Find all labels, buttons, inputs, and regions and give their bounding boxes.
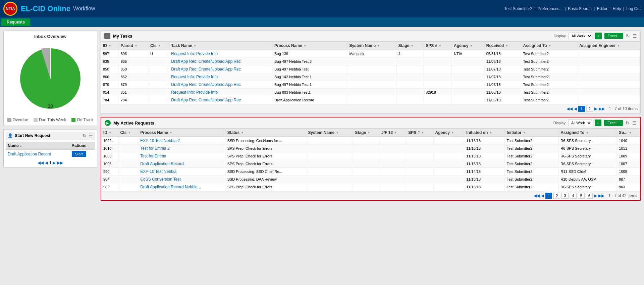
ar-initiated: 11/15/18 xyxy=(464,160,504,168)
nav-basic-search[interactable]: Basic Search xyxy=(568,6,592,11)
tasks-pg-prev[interactable]: ◀ xyxy=(574,106,577,111)
filter-ar-cls[interactable]: ▼ xyxy=(128,131,131,134)
tasks-pg-2[interactable]: 2 xyxy=(586,106,593,112)
ar-initiator: Test Submitter2 xyxy=(504,183,558,191)
menu-icon[interactable]: ☰ xyxy=(89,133,93,138)
tasks-pg-first[interactable]: ◀◀ xyxy=(567,106,573,111)
task-sps xyxy=(424,65,452,73)
filter-ar-process-name[interactable]: ▼ xyxy=(169,131,172,134)
filter-assigned-engineer[interactable]: ▼ xyxy=(617,44,620,47)
nav-logout[interactable]: Log Out xyxy=(626,6,641,11)
filter-task-name[interactable]: ▼ xyxy=(194,44,197,47)
ar-pg-3[interactable]: 3 xyxy=(561,193,568,199)
ar-process-name-link[interactable]: Draft Application Record xyxy=(140,161,183,166)
active-request-row: 1010 Test for Emma 2 SPS Prep: Check for… xyxy=(101,145,640,152)
filter-ar-status[interactable]: ▼ xyxy=(241,131,244,134)
active-request-row: 1008 Test for Emma SPS Prep: Check for E… xyxy=(101,152,640,160)
ar-process-name-link[interactable]: Test for Emma 2 xyxy=(140,146,169,151)
pg-prev[interactable]: ◀ xyxy=(45,160,48,165)
task-name-link[interactable]: Request Info: Provide Info xyxy=(171,51,218,56)
display-select-tasks[interactable]: All Work xyxy=(569,33,592,39)
filter-parent[interactable]: ▼ xyxy=(135,44,138,47)
excel-button-tasks[interactable]: Excel... xyxy=(604,33,623,39)
filter-cls[interactable]: ▼ xyxy=(158,44,161,47)
filter-ar-initiated[interactable]: ▼ xyxy=(489,131,492,134)
ar-initiator: Test Submitter2 xyxy=(504,176,558,183)
filter-ar-sps[interactable]: ▼ xyxy=(421,131,424,134)
pg-first[interactable]: ◀◀ xyxy=(38,160,44,165)
task-name-link[interactable]: Draft App Rec: Create/Upload App Rec xyxy=(171,59,240,64)
filter-ar-id[interactable]: ▼ xyxy=(109,131,112,134)
ar-pg-2[interactable]: 2 xyxy=(553,193,560,199)
task-sps xyxy=(424,58,452,65)
excel-button-requests[interactable]: Excel... xyxy=(604,120,623,126)
task-name-link[interactable]: Request Info: Provide Info xyxy=(171,90,218,95)
ar-pg-next[interactable]: ▶ xyxy=(594,193,597,198)
task-name-link[interactable]: Request Info: Provide Info xyxy=(171,75,218,79)
ar-jf12 xyxy=(379,145,406,152)
ar-process-name-link[interactable]: Test for Emma xyxy=(140,154,166,158)
task-agency: NTIA xyxy=(452,50,484,58)
filter-ar-stage[interactable]: ▼ xyxy=(367,131,370,134)
tasks-pg-1[interactable]: 1 xyxy=(578,106,585,112)
ar-process-name-link[interactable]: EXP-10 Test Nebbia 2 xyxy=(140,138,180,143)
filter-ar-initiator[interactable]: ▼ xyxy=(523,131,526,134)
refresh-requests-icon[interactable]: ↻ xyxy=(626,120,630,126)
ar-system-name xyxy=(306,152,353,160)
display-select-requests[interactable]: All Work xyxy=(568,120,592,126)
th-assigned-engineer: Assigned Engineer▼ xyxy=(577,42,640,50)
menu-requests-icon[interactable]: ☰ xyxy=(632,120,637,126)
filter-ar-system-name[interactable]: ▼ xyxy=(336,131,339,134)
task-row: 597 596 U Request Info: Provide Info Bug… xyxy=(101,50,640,58)
nav-help[interactable]: Help xyxy=(613,6,621,11)
task-engineer xyxy=(577,96,640,104)
legend-label-overdue: Overdue xyxy=(13,117,28,122)
add-request-button[interactable]: + xyxy=(595,120,601,126)
ar-pg-prev[interactable]: ◀ xyxy=(541,193,544,198)
filter-ar-jf12[interactable]: ▼ xyxy=(394,131,397,134)
task-name-link[interactable]: Draft App Rec: Create/Upload App Rec xyxy=(171,67,240,72)
ar-pg-6[interactable]: 6 xyxy=(586,193,593,199)
nav-tab-requests[interactable]: Requests xyxy=(1,18,30,26)
filter-system-name[interactable]: ▼ xyxy=(377,44,380,47)
ar-pg-4[interactable]: 4 xyxy=(570,193,577,199)
ar-process-name-link[interactable]: CoSS Conversion Test xyxy=(140,177,181,182)
filter-id[interactable]: ▼ xyxy=(108,44,111,47)
pg-next[interactable]: ▶ xyxy=(53,160,56,165)
filter-received[interactable]: ▼ xyxy=(505,44,508,47)
filter-ar-assigned-to[interactable]: ▼ xyxy=(586,131,589,134)
nav-user[interactable]: Test Submitter2 xyxy=(504,6,532,11)
filter-ar-agency[interactable]: ▼ xyxy=(451,131,454,134)
th-ar-initiated: Initiated on▼ xyxy=(464,129,504,137)
filter-agency[interactable]: ▼ xyxy=(470,44,473,47)
nav-editor[interactable]: Editor xyxy=(597,6,607,11)
refresh-tasks-icon[interactable]: ↻ xyxy=(626,33,630,39)
start-button[interactable]: Start xyxy=(72,151,86,157)
ar-status: SPS Prep: Check for Errors xyxy=(225,183,306,191)
add-task-button[interactable]: + xyxy=(595,33,602,39)
filter-ar-su[interactable]: ▼ xyxy=(629,131,632,134)
pg-last[interactable]: ▶▶ xyxy=(57,160,63,165)
chart-area: 10 xyxy=(7,42,94,115)
ar-pg-last[interactable]: ▶▶ xyxy=(598,193,604,198)
nav-preferences[interactable]: Preferences... xyxy=(538,6,563,11)
ar-pg-5[interactable]: 5 xyxy=(578,193,585,199)
filter-process-name[interactable]: ▼ xyxy=(304,44,307,47)
ar-process-name-link[interactable]: Draft Application Record Nebbia... xyxy=(140,185,201,189)
menu-tasks-icon[interactable]: ☰ xyxy=(633,33,637,39)
filter-assigned-to[interactable]: ▼ xyxy=(548,44,551,47)
task-name-link[interactable]: Draft App Rec: Create/Upload App Rec xyxy=(171,82,240,87)
request-name-link[interactable]: Draft Application Record xyxy=(8,152,51,156)
task-process-name: Bug 497 Nebbia Test 3 xyxy=(272,58,347,65)
refresh-icon[interactable]: ↻ xyxy=(83,133,87,138)
tasks-pg-last[interactable]: ▶▶ xyxy=(599,106,605,111)
ar-cls xyxy=(118,152,138,160)
tasks-pg-next[interactable]: ▶ xyxy=(594,106,597,111)
filter-stage[interactable]: ▼ xyxy=(411,44,414,47)
filter-sps[interactable]: ▼ xyxy=(438,44,441,47)
task-name-link[interactable]: Draft App Rec: Create/Upload App Rec xyxy=(171,98,240,102)
ar-su: 1009 xyxy=(617,152,640,160)
ar-pg-first[interactable]: ◀◀ xyxy=(534,193,540,198)
ar-pg-1[interactable]: 1 xyxy=(545,193,552,199)
ar-process-name-link[interactable]: EXP-10 Test Nebbia xyxy=(140,169,176,174)
